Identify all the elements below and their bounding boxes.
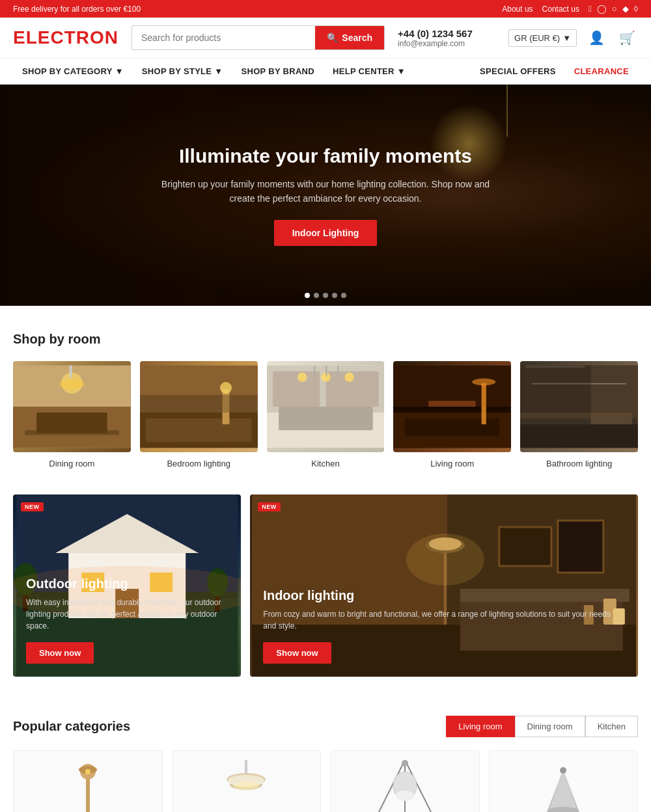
svg-marker-91 (549, 770, 577, 811)
nav-clearance-label: CLEARANCE (574, 66, 629, 76)
svg-rect-37 (526, 366, 585, 368)
chevron-down-icon: ▼ (562, 33, 571, 43)
nav-offers-label: SPECIAL OFFERS (480, 66, 556, 76)
chevron-down-icon: ▼ (115, 66, 124, 76)
chevron-down-icon: ▼ (214, 66, 223, 76)
room-card-bedroom[interactable]: Bedroom lighting (140, 361, 258, 468)
nav-shop-by-brand[interactable]: SHOP BY BRAND (232, 59, 324, 84)
search-input[interactable] (132, 26, 315, 49)
twitter-icon[interactable]: ◊ (634, 4, 638, 14)
svg-rect-21 (314, 366, 315, 376)
promo-outdoor-content: Outdoor lighting With easy installation … (13, 563, 241, 677)
product-card-3[interactable] (330, 750, 480, 812)
nav-shop-by-category[interactable]: SHOP BY CATEGORY ▼ (13, 59, 133, 84)
currency-selector[interactable]: GR (EUR €) ▼ (508, 29, 577, 47)
hero-dot-5[interactable] (341, 293, 346, 298)
about-us-link[interactable]: About us (502, 5, 533, 14)
nav-clearance[interactable]: CLEARANCE (565, 59, 638, 84)
nav-special-offers[interactable]: SPECIAL OFFERS (471, 59, 565, 84)
promo-card-indoor: NEW Indoor lighting From cozy and warm t… (250, 494, 638, 677)
tiktok-icon[interactable]: ◆ (622, 4, 629, 14)
svg-rect-6 (36, 413, 107, 433)
email-address[interactable]: info@example.com (398, 39, 495, 48)
product-card-2[interactable] (172, 750, 322, 812)
facebook-icon[interactable]:  (589, 4, 592, 14)
room-label-bathroom: Bathroom lighting (520, 459, 638, 468)
promo-outdoor-cta[interactable]: Show now (26, 642, 94, 664)
svg-point-11 (220, 382, 232, 394)
account-button[interactable]: 👤 (586, 27, 607, 48)
cart-button[interactable]: 🛒 (616, 27, 638, 48)
svg-point-86 (396, 791, 414, 801)
nav-help-center[interactable]: HELP CENTER ▼ (324, 59, 415, 84)
currency-label: GR (EUR €) (514, 33, 560, 43)
svg-rect-4 (70, 366, 72, 377)
room-card-kitchen[interactable]: Kitchen (267, 361, 385, 468)
svg-point-73 (85, 769, 90, 774)
instagram-icon[interactable]: ◯ (597, 4, 607, 14)
navigation: SHOP BY CATEGORY ▼ SHOP BY STYLE ▼ SHOP … (0, 59, 651, 85)
svg-rect-22 (337, 366, 339, 376)
top-bar: Free delivery for all orders over €100 A… (0, 0, 651, 18)
promo-indoor-cta[interactable]: Show now (263, 642, 331, 664)
hero-dots (305, 293, 346, 298)
nav-right: SPECIAL OFFERS CLEARANCE (471, 59, 638, 84)
header-actions: GR (EUR €) ▼ 👤 🛒 (508, 27, 638, 48)
promo-indoor-desc: From cozy and warm to bright and functio… (263, 608, 625, 632)
room-label-dining: Dining room (13, 459, 131, 468)
hero-dot-3[interactable] (323, 293, 328, 298)
svg-rect-17 (279, 407, 373, 430)
svg-rect-36 (520, 424, 638, 448)
top-bar-right: About us Contact us  ◯ ○ ◆ ◊ (502, 4, 638, 14)
search-icon: 🔍 (327, 33, 338, 43)
tab-dining-room[interactable]: Dining room (515, 716, 585, 737)
shop-by-room-title: Shop by room (13, 332, 638, 347)
hero-dot-1[interactable] (305, 293, 310, 298)
promo-indoor-title: Indoor lighting (263, 588, 625, 603)
hero-cta-button[interactable]: Indoor Lighting (274, 220, 378, 246)
svg-point-87 (402, 760, 408, 766)
room-label-bedroom: Bedroom lighting (140, 459, 258, 468)
hero-content: Illuminate your family moments Brighten … (143, 131, 508, 260)
pinterest-icon[interactable]: ○ (612, 4, 617, 14)
nav-category-label: SHOP BY CATEGORY (22, 66, 113, 76)
product-grid (13, 750, 638, 812)
svg-rect-9 (146, 418, 252, 442)
room-label-kitchen: Kitchen (267, 459, 385, 468)
room-card-dining[interactable]: Dining room (13, 361, 131, 468)
hero-title: Illuminate your family moments (156, 144, 495, 168)
svg-point-5 (59, 379, 85, 388)
tab-kitchen[interactable]: Kitchen (585, 716, 638, 737)
contact-info: +44 (0) 1234 567 info@example.com (398, 28, 495, 48)
room-card-living[interactable]: Living room (393, 361, 511, 468)
svg-rect-30 (393, 366, 511, 407)
svg-point-93 (560, 767, 566, 774)
hero-dot-2[interactable] (314, 293, 319, 298)
nav-brand-label: SHOP BY BRAND (241, 66, 314, 76)
search-button[interactable]: 🔍 Search (315, 26, 384, 49)
nav-shop-by-style[interactable]: SHOP BY STYLE ▼ (133, 59, 232, 84)
promo-outdoor-desc: With easy installation and durable mater… (26, 597, 228, 632)
phone-number[interactable]: +44 (0) 1234 567 (398, 28, 495, 39)
promo-card-outdoor: NEW Outdoor lighting With easy installat… (13, 494, 241, 677)
svg-rect-23 (326, 366, 327, 376)
svg-rect-15 (273, 372, 320, 407)
popular-categories-title: Popular categories (13, 719, 130, 734)
contact-us-link[interactable]: Contact us (542, 5, 579, 14)
header: ELECTRON 🔍 Search +44 (0) 1234 567 info@… (0, 18, 651, 59)
chevron-down-icon: ▼ (397, 66, 406, 76)
room-card-bathroom[interactable]: Bathroom lighting (520, 361, 638, 468)
user-icon: 👤 (589, 31, 605, 45)
social-icons:  ◯ ○ ◆ ◊ (589, 4, 638, 14)
popular-header: Popular categories Living room Dining ro… (13, 716, 638, 737)
tab-living-room[interactable]: Living room (446, 716, 514, 737)
svg-rect-12 (140, 395, 258, 413)
svg-point-78 (233, 782, 259, 790)
product-card-4[interactable] (489, 750, 639, 812)
nav-help-label: HELP CENTER (333, 66, 395, 76)
product-card-1[interactable] (13, 750, 163, 812)
hero-dot-4[interactable] (332, 293, 337, 298)
room-grid: Dining room Bedroom lighting (13, 361, 638, 468)
logo[interactable]: ELECTRON (13, 27, 118, 48)
svg-rect-35 (520, 366, 590, 413)
